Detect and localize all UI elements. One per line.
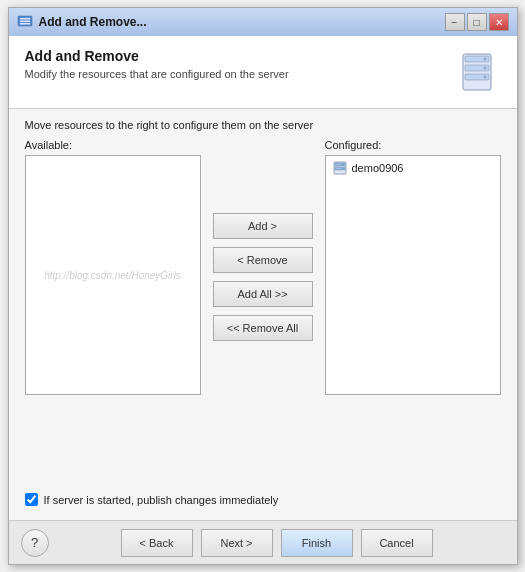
- watermark-text: http://blog.csdn.net/HoneyGirls: [44, 270, 181, 281]
- footer-center: < Back Next > Finish Cancel: [49, 529, 505, 557]
- instruction-text: Move resources to the right to configure…: [25, 119, 501, 131]
- svg-point-8: [483, 67, 486, 70]
- window-icon: [17, 14, 33, 30]
- minimize-button[interactable]: −: [445, 13, 465, 31]
- available-list[interactable]: http://blog.csdn.net/HoneyGirls: [25, 155, 201, 395]
- main-content: Move resources to the right to configure…: [9, 109, 517, 520]
- back-button[interactable]: < Back: [121, 529, 193, 557]
- svg-point-15: [342, 168, 344, 170]
- close-button[interactable]: ✕: [489, 13, 509, 31]
- list-item[interactable]: demo0906: [328, 158, 498, 178]
- add-all-button[interactable]: Add All >>: [213, 281, 313, 307]
- title-bar: Add and Remove... − □ ✕: [9, 8, 517, 36]
- publish-checkbox[interactable]: [25, 493, 38, 506]
- header-server-icon: [453, 48, 501, 96]
- svg-point-14: [342, 164, 344, 166]
- header-section: Add and Remove Modify the resources that…: [9, 36, 517, 109]
- checkbox-row: If server is started, publish changes im…: [25, 489, 501, 510]
- available-section: Available: http://blog.csdn.net/HoneyGir…: [25, 139, 201, 395]
- checkbox-label[interactable]: If server is started, publish changes im…: [44, 494, 279, 506]
- header-title: Add and Remove: [25, 48, 443, 64]
- svg-point-6: [483, 58, 486, 61]
- cancel-button[interactable]: Cancel: [361, 529, 433, 557]
- lists-row: Available: http://blog.csdn.net/HoneyGir…: [25, 139, 501, 479]
- footer-left: ?: [21, 529, 49, 557]
- configured-section: Configured: demo0906: [325, 139, 501, 395]
- next-button[interactable]: Next >: [201, 529, 273, 557]
- footer: ? < Back Next > Finish Cancel: [9, 520, 517, 564]
- list-item-label: demo0906: [352, 162, 404, 174]
- maximize-button[interactable]: □: [467, 13, 487, 31]
- remove-all-button[interactable]: << Remove All: [213, 315, 313, 341]
- svg-rect-3: [20, 23, 30, 25]
- add-button[interactable]: Add >: [213, 213, 313, 239]
- svg-rect-1: [20, 18, 30, 20]
- action-buttons: Add > < Remove Add All >> << Remove All: [201, 157, 325, 397]
- configured-label: Configured:: [325, 139, 501, 151]
- window-controls: − □ ✕: [445, 13, 509, 31]
- configured-list[interactable]: demo0906: [325, 155, 501, 395]
- available-label: Available:: [25, 139, 201, 151]
- item-server-icon: [332, 160, 348, 176]
- svg-rect-2: [20, 21, 30, 23]
- window-title: Add and Remove...: [39, 15, 445, 29]
- help-button[interactable]: ?: [21, 529, 49, 557]
- finish-button[interactable]: Finish: [281, 529, 353, 557]
- header-subtitle: Modify the resources that are configured…: [25, 68, 443, 80]
- main-window: Add and Remove... − □ ✕ Add and Remove M…: [8, 7, 518, 565]
- header-text: Add and Remove Modify the resources that…: [25, 48, 443, 80]
- remove-button[interactable]: < Remove: [213, 247, 313, 273]
- svg-point-10: [483, 76, 486, 79]
